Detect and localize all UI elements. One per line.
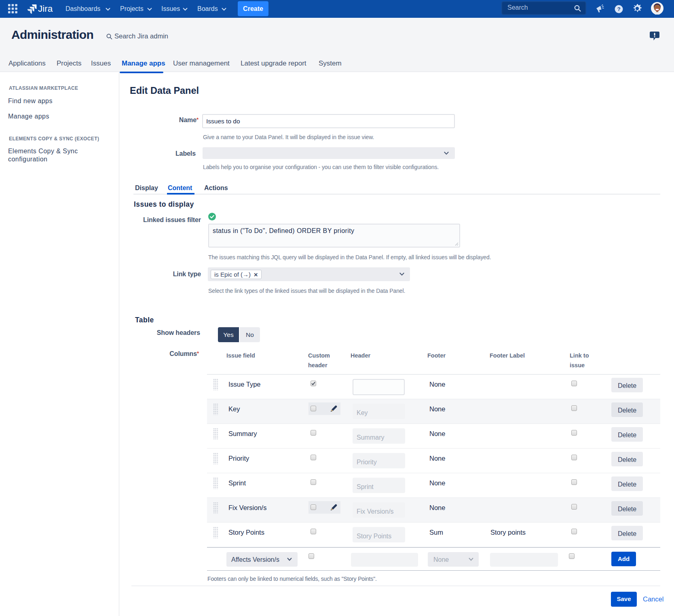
svg-text:?: ? xyxy=(617,6,620,12)
